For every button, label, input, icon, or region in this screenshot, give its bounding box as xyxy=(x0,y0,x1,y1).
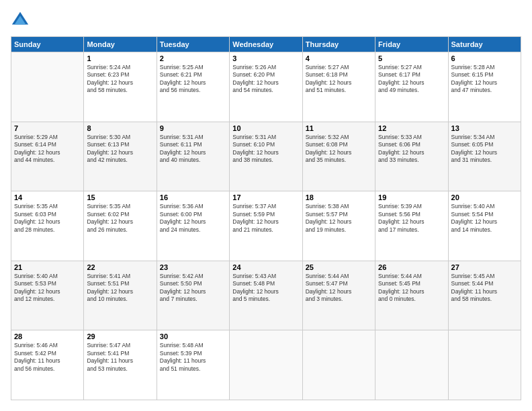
calendar-cell xyxy=(375,330,448,400)
day-number: 16 xyxy=(160,193,226,201)
day-number: 26 xyxy=(378,263,445,271)
day-number: 7 xyxy=(14,124,81,132)
week-row-5: 28Sunrise: 5:46 AM Sunset: 5:42 PM Dayli… xyxy=(11,330,521,400)
day-number: 23 xyxy=(160,263,226,271)
day-info: Sunrise: 5:29 AM Sunset: 6:14 PM Dayligh… xyxy=(14,134,81,165)
day-info: Sunrise: 5:31 AM Sunset: 6:11 PM Dayligh… xyxy=(160,134,226,165)
page: SundayMondayTuesdayWednesdayThursdayFrid… xyxy=(0,0,532,411)
day-number: 2 xyxy=(160,54,226,62)
calendar-cell: 25Sunrise: 5:44 AM Sunset: 5:47 PM Dayli… xyxy=(302,261,375,330)
calendar-cell: 24Sunrise: 5:43 AM Sunset: 5:48 PM Dayli… xyxy=(230,261,302,330)
calendar-cell: 5Sunrise: 5:27 AM Sunset: 6:17 PM Daylig… xyxy=(375,52,448,122)
calendar-cell: 29Sunrise: 5:47 AM Sunset: 5:41 PM Dayli… xyxy=(84,330,157,400)
day-number: 1 xyxy=(87,54,153,62)
day-number: 13 xyxy=(451,124,518,132)
day-info: Sunrise: 5:42 AM Sunset: 5:50 PM Dayligh… xyxy=(160,273,226,304)
day-number: 20 xyxy=(451,193,518,201)
calendar-cell: 18Sunrise: 5:38 AM Sunset: 5:57 PM Dayli… xyxy=(302,191,375,261)
day-info: Sunrise: 5:44 AM Sunset: 5:45 PM Dayligh… xyxy=(378,273,445,304)
day-info: Sunrise: 5:44 AM Sunset: 5:47 PM Dayligh… xyxy=(306,273,372,304)
day-number: 9 xyxy=(160,124,226,132)
day-info: Sunrise: 5:27 AM Sunset: 6:18 PM Dayligh… xyxy=(306,64,372,95)
day-info: Sunrise: 5:40 AM Sunset: 5:54 PM Dayligh… xyxy=(451,203,518,234)
calendar-cell xyxy=(11,52,84,122)
weekday-header-wednesday: Wednesday xyxy=(230,37,302,52)
day-number: 21 xyxy=(14,263,81,271)
day-number: 5 xyxy=(378,54,445,62)
day-info: Sunrise: 5:39 AM Sunset: 5:56 PM Dayligh… xyxy=(378,203,445,234)
day-number: 28 xyxy=(14,332,81,340)
day-info: Sunrise: 5:33 AM Sunset: 6:06 PM Dayligh… xyxy=(378,134,445,165)
calendar-cell: 26Sunrise: 5:44 AM Sunset: 5:45 PM Dayli… xyxy=(375,261,448,330)
day-number: 18 xyxy=(306,193,372,201)
day-info: Sunrise: 5:34 AM Sunset: 6:05 PM Dayligh… xyxy=(451,134,518,165)
day-info: Sunrise: 5:45 AM Sunset: 5:44 PM Dayligh… xyxy=(451,273,518,304)
weekday-header-thursday: Thursday xyxy=(302,37,375,52)
day-number: 11 xyxy=(306,124,372,132)
day-number: 25 xyxy=(306,263,372,271)
calendar-cell: 6Sunrise: 5:28 AM Sunset: 6:15 PM Daylig… xyxy=(448,52,521,122)
calendar-cell: 23Sunrise: 5:42 AM Sunset: 5:50 PM Dayli… xyxy=(157,261,229,330)
day-info: Sunrise: 5:47 AM Sunset: 5:41 PM Dayligh… xyxy=(87,342,153,373)
calendar-cell xyxy=(448,330,521,400)
day-number: 10 xyxy=(232,124,299,132)
day-info: Sunrise: 5:38 AM Sunset: 5:57 PM Dayligh… xyxy=(306,203,372,234)
calendar-cell: 17Sunrise: 5:37 AM Sunset: 5:59 PM Dayli… xyxy=(230,191,302,261)
calendar-cell: 16Sunrise: 5:36 AM Sunset: 6:00 PM Dayli… xyxy=(157,191,229,261)
weekday-header-monday: Monday xyxy=(84,37,157,52)
day-number: 3 xyxy=(232,54,299,62)
week-row-3: 14Sunrise: 5:35 AM Sunset: 6:03 PM Dayli… xyxy=(11,191,521,261)
calendar-cell: 20Sunrise: 5:40 AM Sunset: 5:54 PM Dayli… xyxy=(448,191,521,261)
calendar-cell: 15Sunrise: 5:35 AM Sunset: 6:02 PM Dayli… xyxy=(84,191,157,261)
day-number: 6 xyxy=(451,54,518,62)
week-row-1: 1Sunrise: 5:24 AM Sunset: 6:23 PM Daylig… xyxy=(11,52,521,122)
day-info: Sunrise: 5:36 AM Sunset: 6:00 PM Dayligh… xyxy=(160,203,226,234)
calendar-cell: 2Sunrise: 5:25 AM Sunset: 6:21 PM Daylig… xyxy=(157,52,229,122)
calendar-cell: 27Sunrise: 5:45 AM Sunset: 5:44 PM Dayli… xyxy=(448,261,521,330)
day-number: 30 xyxy=(160,332,226,340)
calendar-cell: 3Sunrise: 5:26 AM Sunset: 6:20 PM Daylig… xyxy=(230,52,302,122)
day-info: Sunrise: 5:27 AM Sunset: 6:17 PM Dayligh… xyxy=(378,64,445,95)
calendar-cell: 14Sunrise: 5:35 AM Sunset: 6:03 PM Dayli… xyxy=(11,191,84,261)
calendar-cell: 30Sunrise: 5:48 AM Sunset: 5:39 PM Dayli… xyxy=(157,330,229,400)
day-info: Sunrise: 5:28 AM Sunset: 6:15 PM Dayligh… xyxy=(451,64,518,95)
calendar-cell xyxy=(230,330,302,400)
calendar-cell: 22Sunrise: 5:41 AM Sunset: 5:51 PM Dayli… xyxy=(84,261,157,330)
weekday-header-saturday: Saturday xyxy=(448,37,521,52)
day-number: 22 xyxy=(87,263,153,271)
day-info: Sunrise: 5:43 AM Sunset: 5:48 PM Dayligh… xyxy=(232,273,299,304)
day-number: 24 xyxy=(232,263,299,271)
weekday-header-friday: Friday xyxy=(375,37,448,52)
calendar-cell: 4Sunrise: 5:27 AM Sunset: 6:18 PM Daylig… xyxy=(302,52,375,122)
weekday-header-sunday: Sunday xyxy=(11,37,84,52)
day-number: 8 xyxy=(87,124,153,132)
calendar-cell: 9Sunrise: 5:31 AM Sunset: 6:11 PM Daylig… xyxy=(157,122,229,191)
calendar-cell: 12Sunrise: 5:33 AM Sunset: 6:06 PM Dayli… xyxy=(375,122,448,191)
logo xyxy=(11,11,32,30)
calendar-cell: 7Sunrise: 5:29 AM Sunset: 6:14 PM Daylig… xyxy=(11,122,84,191)
week-row-4: 21Sunrise: 5:40 AM Sunset: 5:53 PM Dayli… xyxy=(11,261,521,330)
day-info: Sunrise: 5:26 AM Sunset: 6:20 PM Dayligh… xyxy=(232,64,299,95)
calendar-cell: 28Sunrise: 5:46 AM Sunset: 5:42 PM Dayli… xyxy=(11,330,84,400)
calendar-cell: 10Sunrise: 5:31 AM Sunset: 6:10 PM Dayli… xyxy=(230,122,302,191)
day-info: Sunrise: 5:35 AM Sunset: 6:03 PM Dayligh… xyxy=(14,203,81,234)
day-info: Sunrise: 5:30 AM Sunset: 6:13 PM Dayligh… xyxy=(87,134,153,165)
day-info: Sunrise: 5:37 AM Sunset: 5:59 PM Dayligh… xyxy=(232,203,299,234)
day-number: 15 xyxy=(87,193,153,201)
day-number: 4 xyxy=(306,54,372,62)
calendar-cell: 13Sunrise: 5:34 AM Sunset: 6:05 PM Dayli… xyxy=(448,122,521,191)
day-info: Sunrise: 5:31 AM Sunset: 6:10 PM Dayligh… xyxy=(232,134,299,165)
day-number: 17 xyxy=(232,193,299,201)
day-number: 19 xyxy=(378,193,445,201)
day-info: Sunrise: 5:35 AM Sunset: 6:02 PM Dayligh… xyxy=(87,203,153,234)
calendar-cell: 8Sunrise: 5:30 AM Sunset: 6:13 PM Daylig… xyxy=(84,122,157,191)
day-info: Sunrise: 5:25 AM Sunset: 6:21 PM Dayligh… xyxy=(160,64,226,95)
logo-icon xyxy=(11,11,30,30)
calendar-cell xyxy=(302,330,375,400)
day-number: 14 xyxy=(14,193,81,201)
day-number: 27 xyxy=(451,263,518,271)
day-info: Sunrise: 5:41 AM Sunset: 5:51 PM Dayligh… xyxy=(87,273,153,304)
day-info: Sunrise: 5:48 AM Sunset: 5:39 PM Dayligh… xyxy=(160,342,226,373)
calendar-table: SundayMondayTuesdayWednesdayThursdayFrid… xyxy=(11,36,521,400)
calendar-cell: 1Sunrise: 5:24 AM Sunset: 6:23 PM Daylig… xyxy=(84,52,157,122)
